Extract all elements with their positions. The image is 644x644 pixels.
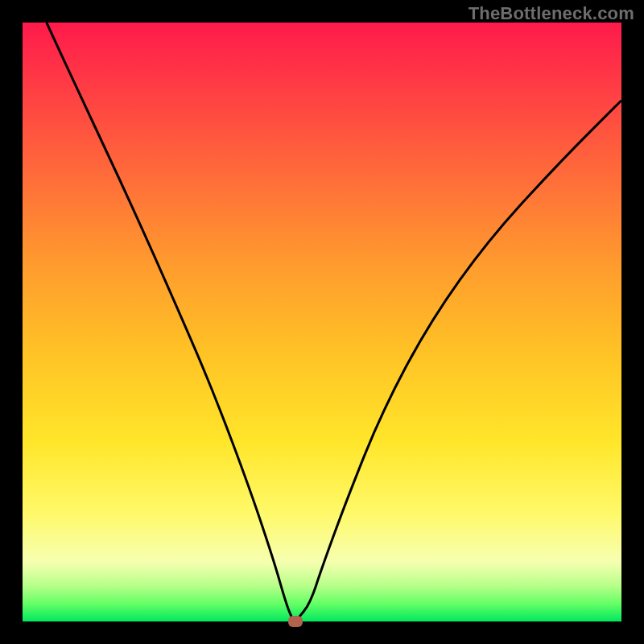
chart-frame: TheBottleneck.com (0, 0, 644, 644)
watermark-text: TheBottleneck.com (469, 3, 634, 24)
optimum-marker (288, 616, 303, 627)
bottleneck-curve (47, 23, 621, 621)
curve-svg (23, 23, 621, 621)
plot-area (23, 23, 621, 621)
